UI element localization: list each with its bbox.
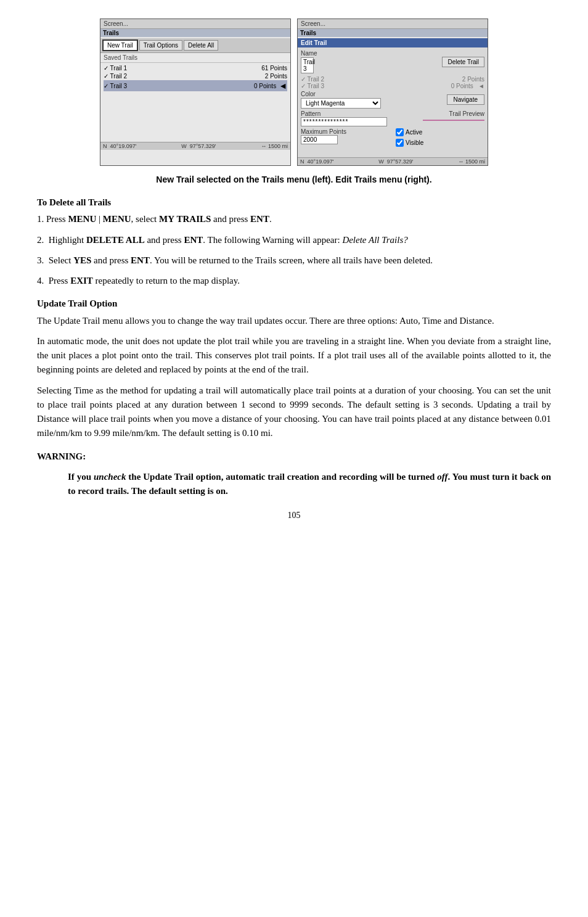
left-menu-label: Screen...: [104, 20, 128, 27]
left-status-scale: ↔ 1500 mi: [261, 143, 288, 149]
max-points-col: Maximum Points: [301, 128, 390, 144]
edit-trail-body: Name Trail 3 Delete Trail ✓ Trail 2 2 Po…: [298, 47, 488, 157]
left-toolbar: New Trail Trail Options Delete All: [100, 38, 290, 53]
left-trails-bar: Trails: [100, 29, 290, 37]
behind-trail-3-points: 0 Points ◄: [451, 83, 484, 89]
active-checkbox[interactable]: [396, 128, 404, 136]
page-number: 105: [37, 511, 551, 520]
behind-trail-3-name: ✓ Trail 3: [301, 83, 324, 89]
trail-1-name: ✓ Trail 1: [104, 65, 127, 72]
trail-3-name: ✓ Trail 3: [104, 81, 127, 91]
trail-item-selected[interactable]: ✓ Trail 3 0 Points ◄: [104, 80, 287, 91]
update-trail-para-1: The Update Trail menu allows you to chan…: [37, 314, 551, 328]
heading-delete-trails: To Delete all Trails: [37, 195, 551, 210]
visible-checkbox-row: Visible: [396, 139, 484, 147]
left-status-coord2: W 97°57.329': [181, 143, 216, 149]
behind-trail-3: ✓ Trail 3 0 Points ◄: [301, 83, 484, 89]
max-points-input[interactable]: [301, 135, 338, 144]
delete-trail-button[interactable]: Delete Trail: [442, 57, 484, 67]
warning-block: If you uncheck the Update Trail option, …: [68, 470, 551, 499]
max-points-row: Maximum Points Active Visible: [301, 128, 484, 147]
navigate-button[interactable]: Navigate: [447, 94, 484, 105]
trail-options-button[interactable]: Trail Options: [139, 40, 182, 51]
pattern-label: Pattern: [301, 110, 417, 117]
main-content: To Delete all Trails 1. Press MENU | MEN…: [37, 195, 551, 498]
pattern-col: Pattern ***************: [301, 110, 417, 126]
active-checkbox-row: Active: [396, 128, 484, 136]
update-trail-para-3: Selecting Time as the method for updatin…: [37, 384, 551, 441]
saved-trails-header: Saved Trails: [100, 53, 290, 63]
step-3: 3. Select YES and press ENT. You will be…: [37, 253, 551, 268]
trail-item[interactable]: ✓ Trail 2 2 Points: [104, 72, 287, 80]
warning-text: If you uncheck the Update Trail option, …: [68, 470, 551, 499]
right-status-scale: ↔ 1500 mi: [458, 158, 485, 165]
max-points-label: Maximum Points: [301, 128, 390, 135]
delete-all-button[interactable]: Delete All: [184, 40, 218, 51]
name-col: Name Trail 3: [301, 50, 322, 73]
pattern-row: Pattern *************** Trail Preview: [301, 110, 484, 126]
right-trails-bar: Trails: [298, 29, 488, 37]
pattern-input[interactable]: ***************: [301, 117, 387, 126]
left-status-bar: N 40°19.097' W 97°57.329' ↔ 1500 mi: [100, 142, 290, 150]
step-1: 1. Press MENU | MENU, select MY TRAILS a…: [37, 212, 551, 226]
right-spacer: [301, 149, 484, 155]
right-status-coord2: W 97°57.329': [378, 158, 413, 165]
trail-1-points: 61 Points: [261, 65, 287, 72]
right-menubar: Screen...: [298, 19, 488, 29]
left-menubar: Screen...: [100, 19, 290, 29]
left-spacer: [100, 93, 290, 142]
trail-3-points: 0 Points ◄: [254, 81, 287, 91]
color-row: Color Light Magenta Navigate: [301, 91, 484, 109]
trail-preview-line: [423, 120, 484, 121]
step-2: 2. Highlight DELETE ALL and press ENT. T…: [37, 233, 551, 247]
right-status-bar: N 40°19.097' W 97°57.329' ↔ 1500 mi: [298, 157, 488, 165]
trail-2-points: 2 Points: [265, 73, 287, 80]
name-label: Name: [301, 50, 322, 57]
behind-trail-rows: ✓ Trail 2 2 Points ✓ Trail 3 0 Points ◄: [301, 76, 484, 89]
right-menu-label: Screen...: [301, 20, 325, 27]
behind-trail-2: ✓ Trail 2 2 Points: [301, 76, 484, 83]
trail-preview-label: Trail Preview: [423, 110, 484, 117]
new-trail-button[interactable]: New Trail: [102, 39, 138, 51]
trail-name-value[interactable]: Trail 3: [301, 57, 314, 73]
caption: New Trail selected on the Trails menu (l…: [37, 175, 551, 184]
name-row: Name Trail 3 Delete Trail: [301, 50, 484, 73]
checkboxes-col: Active Visible: [396, 128, 484, 147]
visible-checkbox[interactable]: [396, 139, 404, 147]
right-screen-panel: Screen... Trails Edit Trail Name Trail 3…: [297, 19, 488, 166]
behind-trail-2-points: 2 Points: [462, 76, 484, 83]
left-screen-panel: Screen... Trails New Trail Trail Options…: [100, 19, 291, 166]
visible-label: Visible: [406, 139, 423, 146]
left-trail-list: ✓ Trail 1 61 Points ✓ Trail 2 2 Points ✓…: [100, 63, 290, 93]
right-status-coord1: N 40°19.097': [300, 158, 333, 165]
step-4: 4. Press EXIT repeatedly to return to th…: [37, 274, 551, 288]
heading-update-trail: Update Trail Option: [37, 297, 551, 311]
color-col: Color Light Magenta: [301, 91, 443, 109]
trail-item[interactable]: ✓ Trail 1 61 Points: [104, 64, 287, 72]
update-trail-para-2: In automatic mode, the unit does not upd…: [37, 334, 551, 377]
edit-trail-header: Edit Trail: [298, 38, 488, 47]
arrow-indicator: ◄: [279, 81, 287, 91]
color-label: Color: [301, 91, 443, 97]
heading-warning: WARNING:: [37, 450, 551, 464]
left-status-coord1: N 40°19.097': [103, 143, 136, 149]
active-label: Active: [406, 129, 422, 136]
behind-trail-2-name: ✓ Trail 2: [301, 76, 324, 83]
trail-preview-col: Trail Preview: [423, 110, 484, 121]
screenshots-row: Screen... Trails New Trail Trail Options…: [37, 19, 551, 166]
trail-2-name: ✓ Trail 2: [104, 73, 127, 80]
color-select[interactable]: Light Magenta: [301, 98, 381, 109]
